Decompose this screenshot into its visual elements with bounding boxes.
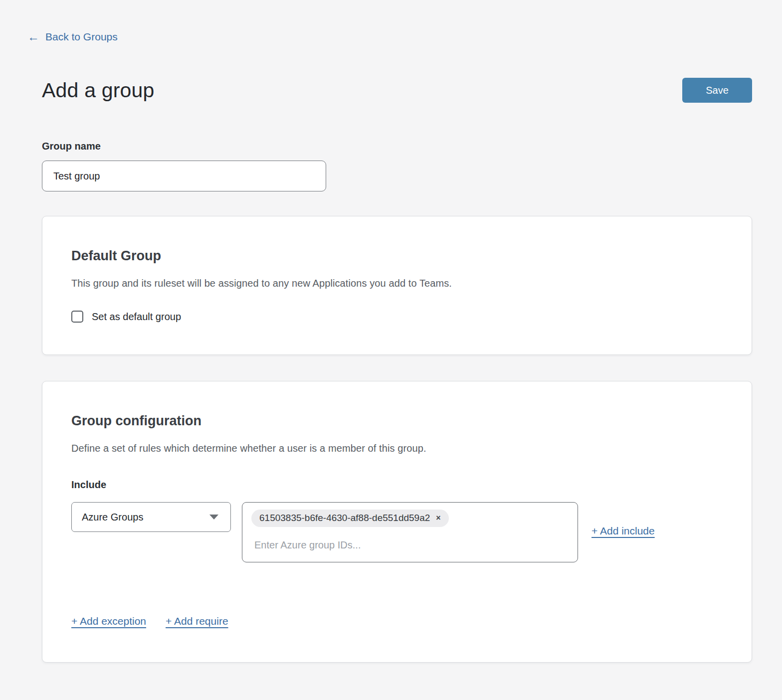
default-group-description: This group and its ruleset will be assig… [71, 278, 722, 289]
group-configuration-card: Group configuration Define a set of rule… [42, 381, 752, 663]
group-configuration-title: Group configuration [71, 413, 722, 429]
set-default-group-label: Set as default group [92, 311, 181, 323]
default-group-card: Default Group This group and its ruleset… [42, 216, 752, 355]
azure-group-ids-input[interactable] [251, 537, 569, 556]
page-title: Add a group [42, 79, 155, 102]
back-to-groups-link[interactable]: ← Back to Groups [27, 31, 118, 43]
save-button[interactable]: Save [682, 78, 752, 103]
include-label: Include [71, 479, 722, 491]
set-default-group-checkbox[interactable] [71, 311, 83, 323]
back-to-groups-label: Back to Groups [45, 31, 118, 43]
include-selector-dropdown[interactable]: Azure Groups [71, 502, 231, 532]
default-group-title: Default Group [71, 248, 722, 264]
group-name-input[interactable] [42, 161, 326, 191]
include-selector-value: Azure Groups [82, 512, 143, 523]
azure-group-id-tag-value: 61503835-b6fe-4630-af88-de551dd59a2 [259, 513, 430, 524]
back-navigation: ← Back to Groups [0, 0, 782, 43]
chevron-down-icon [209, 515, 218, 520]
page-header: Add a group Save [42, 78, 752, 103]
group-configuration-description: Define a set of rules which determine wh… [71, 443, 722, 454]
set-default-group-row[interactable]: Set as default group [71, 311, 722, 323]
main-content: Add a group Save Group name Default Grou… [42, 78, 752, 663]
remove-tag-icon[interactable]: × [436, 514, 440, 522]
azure-group-ids-field[interactable]: 61503835-b6fe-4630-af88-de551dd59a2 × [242, 502, 578, 562]
azure-group-id-tag: 61503835-b6fe-4630-af88-de551dd59a2 × [251, 510, 449, 527]
add-exception-link[interactable]: + Add exception [71, 615, 146, 627]
include-rule-row: Azure Groups 61503835-b6fe-4630-af88-de5… [71, 502, 722, 562]
back-arrow-icon: ← [27, 31, 39, 43]
rule-action-links: + Add exception + Add require [71, 615, 722, 627]
add-include-link[interactable]: + Add include [591, 525, 655, 537]
group-name-label: Group name [42, 141, 752, 152]
add-require-link[interactable]: + Add require [166, 615, 228, 627]
